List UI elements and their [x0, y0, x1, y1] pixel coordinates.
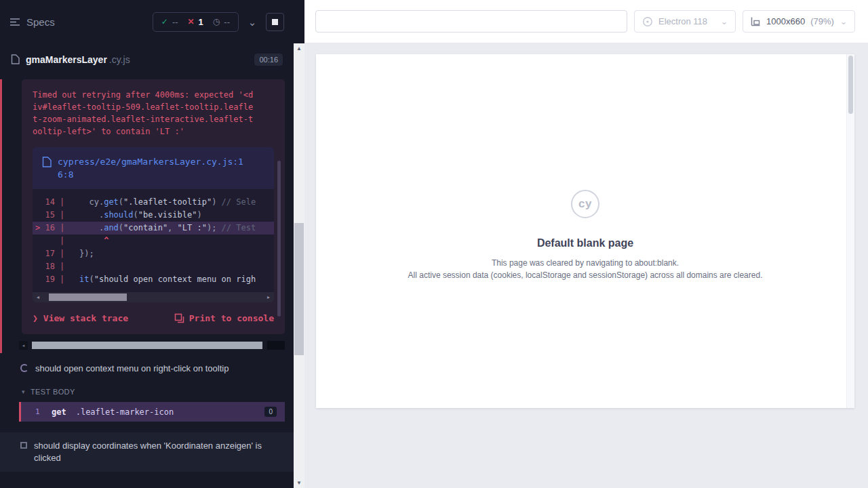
page-scroll-thumb[interactable]: [848, 56, 853, 114]
test-body-toggle[interactable]: ▾ TEST BODY: [0, 382, 294, 402]
code-line-16-error: > 16 | .and("contain", "LT :"); // Test: [33, 222, 274, 235]
scroll-left-icon[interactable]: ◂: [33, 292, 43, 302]
spec-header[interactable]: gmaMarkersLayer .cy.js 00:16: [0, 43, 294, 75]
failed-icon: ✕: [188, 17, 195, 26]
test-processing-icon: [20, 442, 27, 449]
reporter-controls: ✓ -- ✕ 1 ◷ -- ⌄: [153, 12, 284, 32]
code-frame: cypress/e2e/gmaMarkersLayer.cy.js:16:8 1…: [33, 147, 274, 302]
scroll-track: [294, 54, 304, 478]
spec-extension: .cy.js: [109, 54, 130, 65]
passed-icon: ✓: [161, 17, 168, 26]
aut-page: cy Default blank page This page was clea…: [316, 54, 854, 408]
reporter-scroll-track: [28, 341, 267, 350]
scroll-up-icon[interactable]: ▲: [294, 43, 304, 54]
browser-label: Electron 118: [658, 16, 707, 26]
code-line-15: 15 | .should("be.visible"): [33, 209, 274, 222]
test-body-label: TEST BODY: [31, 388, 75, 396]
error-actions: ❯ View stack trace Print to console: [33, 313, 274, 323]
specs-label: Specs: [26, 16, 55, 28]
chevron-down-icon: ⌄: [721, 17, 728, 26]
reporter-log: Timed out retrying after 4000ms: expecte…: [0, 75, 294, 488]
blank-page-line2: All active session data (cookies, localS…: [408, 270, 763, 281]
command-number: 1: [35, 407, 52, 416]
print-to-console-label: Print to console: [189, 313, 274, 323]
aut-header: Electron 118 ⌄ 1000x660 (79%) ⌄: [304, 0, 868, 43]
aut-panel: Electron 118 ⌄ 1000x660 (79%) ⌄ cy Defau…: [304, 0, 868, 488]
collapse-all-button[interactable]: ⌄: [243, 13, 261, 30]
test-running-spinner-icon: [20, 364, 28, 372]
command-count-badge: 0: [264, 407, 277, 417]
specs-list-icon: [9, 18, 20, 26]
browser-select[interactable]: Electron 118 ⌄: [634, 10, 736, 33]
error-file-link[interactable]: cypress/e2e/gmaMarkersLayer.cy.js:16:8: [58, 155, 251, 181]
view-stack-trace-link[interactable]: ❯ View stack trace: [33, 313, 128, 323]
cypress-runner: Specs ✓ -- ✕ 1 ◷ -- ⌄: [0, 0, 868, 488]
code-line-18: 18 |: [33, 260, 274, 273]
stat-failed: ✕ 1: [188, 17, 203, 27]
code-frame-body: 14 | cy.get(".leaflet-tooltip") // Sele …: [33, 189, 274, 290]
scrollbar-corner: [267, 341, 285, 350]
electron-icon: [642, 16, 653, 27]
code-horizontal-scrollbar: ◂ ▸: [33, 292, 274, 302]
test-running[interactable]: should open context menu on right-click …: [0, 355, 294, 382]
error-vertical-scroll-thumb[interactable]: [277, 161, 281, 317]
chevron-down-icon: ⌄: [840, 17, 847, 26]
scrollbar-header-cap: [294, 0, 304, 43]
scroll-left-icon[interactable]: ◂: [19, 341, 28, 350]
print-console-icon: [174, 313, 184, 323]
pending-count: --: [224, 17, 230, 27]
cypress-logo: cy: [571, 190, 599, 218]
test-title: should display coordinates when 'Koordin…: [34, 440, 268, 464]
print-to-console-button[interactable]: Print to console: [174, 313, 274, 323]
code-line-19: 19 | it("should open context menu on rig…: [33, 273, 274, 286]
code-line-caret: | ^: [33, 235, 274, 247]
stat-pending: ◷ --: [213, 17, 230, 27]
blank-page-title: Default blank page: [537, 237, 633, 249]
stat-passed: ✓ --: [161, 17, 178, 27]
blank-page-line1: This page was cleared by navigating to a…: [492, 258, 679, 268]
stop-icon: [272, 19, 278, 25]
code-frame-header: cypress/e2e/gmaMarkersLayer.cy.js:16:8: [33, 147, 274, 189]
scroll-right-icon[interactable]: ▸: [263, 292, 274, 302]
viewport-size: 1000x660: [766, 16, 805, 26]
failed-count: 1: [199, 17, 203, 27]
code-scroll-track: [43, 292, 263, 302]
file-icon: [42, 155, 52, 167]
caret-down-icon: ▾: [22, 388, 25, 395]
command-log-row[interactable]: 1 get .leaflet-marker-icon 0: [19, 402, 285, 422]
failed-attempt-border: [0, 79, 2, 353]
spec-duration-badge: 00:16: [254, 54, 283, 66]
stop-run-button[interactable]: [266, 13, 284, 31]
spec-name: gmaMarkersLayer: [26, 54, 107, 65]
arrow-right-icon: ❯: [33, 313, 38, 323]
url-input[interactable]: [315, 10, 627, 33]
code-scroll-thumb[interactable]: [49, 293, 127, 301]
reporter-panel: Specs ✓ -- ✕ 1 ◷ -- ⌄: [0, 0, 294, 488]
command-method: get: [52, 407, 66, 417]
view-stack-trace-label: View stack trace: [43, 313, 128, 323]
scroll-down-icon[interactable]: ▼: [294, 478, 304, 488]
aut-viewport-area: cy Default blank page This page was clea…: [304, 43, 868, 488]
reporter-horizontal-scrollbar: ◂: [19, 341, 285, 350]
code-line-17: 17 | });: [33, 247, 274, 260]
reporter-vertical-scrollbar: ▲ ▼: [294, 0, 304, 488]
reporter-scroll-thumb[interactable]: [32, 342, 262, 349]
test-title: should open context menu on right-click …: [35, 363, 229, 375]
reporter-header: Specs ✓ -- ✕ 1 ◷ -- ⌄: [0, 0, 294, 43]
blank-page-content: cy Default blank page This page was clea…: [316, 54, 854, 408]
scroll-thumb[interactable]: [294, 223, 304, 355]
viewport-select[interactable]: 1000x660 (79%) ⌄: [743, 10, 855, 33]
pending-icon: ◷: [213, 17, 220, 26]
viewport-size-icon: [751, 16, 761, 26]
error-panel: Timed out retrying after 4000ms: expecte…: [22, 79, 285, 334]
scrollbar-track-body: ▲ ▼: [294, 43, 304, 488]
test-queued[interactable]: should display coordinates when 'Koordin…: [0, 432, 294, 472]
viewport-zoom: (79%): [810, 16, 834, 26]
specs-menu-button[interactable]: Specs: [9, 16, 55, 28]
command-message: .leaflet-marker-icon: [76, 407, 174, 417]
chevron-down-icon: ⌄: [248, 16, 257, 28]
page-vertical-scrollbar: [846, 54, 854, 408]
spec-file-icon: [11, 54, 20, 64]
passed-count: --: [172, 17, 178, 27]
error-message: Timed out retrying after 4000ms: expecte…: [33, 89, 258, 138]
